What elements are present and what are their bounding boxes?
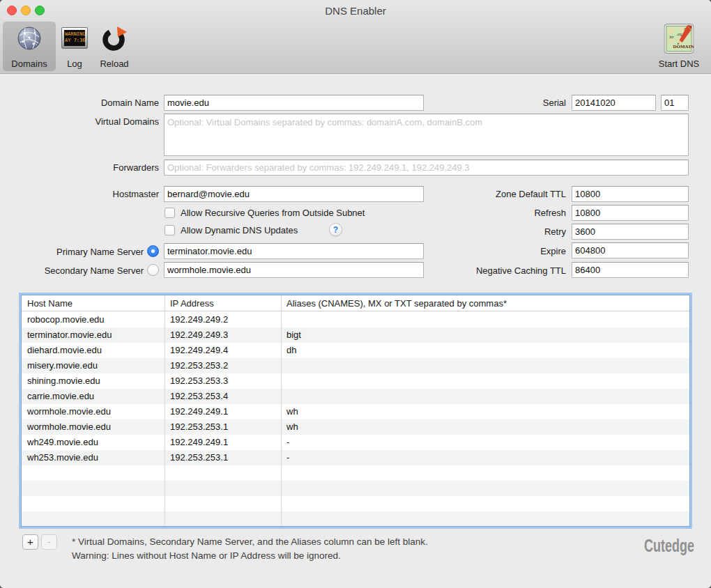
host-table[interactable]: Host Name IP Address Aliases (CNAMES), M… <box>21 295 690 527</box>
table-row[interactable]: wh253.movie.edu192.253.253.1- <box>22 450 689 465</box>
table-cell[interactable]: bigt <box>281 327 689 343</box>
allow-recursive-checkbox[interactable] <box>165 208 175 218</box>
table-cell[interactable]: wormhole.movie.edu <box>22 419 165 435</box>
refresh-input[interactable] <box>572 205 689 221</box>
map-domain-label: DOMAIN <box>673 44 694 49</box>
table-cell[interactable]: terminator.movie.edu <box>22 327 165 343</box>
table-cell[interactable] <box>281 496 689 511</box>
table-row[interactable]: terminator.movie.edu192.249.249.3bigt <box>22 327 689 343</box>
table-cell[interactable]: misery.movie.edu <box>22 358 165 373</box>
table-cell[interactable]: 192.249.249.3 <box>165 327 281 343</box>
table-row[interactable] <box>22 465 689 481</box>
table-cell[interactable]: wh <box>281 404 689 419</box>
table-row[interactable]: shining.movie.edu192.253.253.3 <box>22 373 689 389</box>
table-row[interactable]: wormhole.movie.edu192.249.249.1wh <box>22 404 689 419</box>
table-cell[interactable] <box>281 358 689 373</box>
table-cell[interactable]: shining.movie.edu <box>22 373 165 389</box>
table-cell[interactable]: wh249.movie.edu <box>22 435 165 450</box>
negative-caching-ttl-label: Negative Caching TTL <box>446 265 566 276</box>
toolbar-log-label: Log <box>59 59 91 69</box>
virtual-domains-label: Virtual Domains <box>0 116 159 127</box>
retry-input[interactable] <box>572 224 689 240</box>
table-row[interactable]: wormhole.movie.edu192.253.253.1wh <box>22 419 689 435</box>
toolbar-log-button[interactable]: WARNING AY 7:36 P Log <box>59 22 91 71</box>
column-header-host-name[interactable]: Host Name <box>22 295 165 311</box>
table-cell[interactable] <box>22 481 165 496</box>
secondary-ns-radio[interactable] <box>147 264 159 276</box>
expire-label: Expire <box>446 246 566 256</box>
virtual-domains-textarea[interactable] <box>164 114 689 156</box>
expire-input[interactable] <box>572 242 689 258</box>
secondary-ns-input[interactable] <box>164 262 424 278</box>
table-cell[interactable]: 192.249.249.4 <box>165 343 281 358</box>
remove-row-button[interactable]: - <box>41 534 57 550</box>
primary-ns-input[interactable] <box>164 243 424 259</box>
column-header-ip-address[interactable]: IP Address <box>165 295 281 311</box>
table-row[interactable]: carrie.movie.edu192.253.253.4 <box>22 389 689 404</box>
table-cell[interactable] <box>165 496 281 511</box>
zone-default-ttl-label: Zone Default TTL <box>446 189 566 199</box>
table-cell[interactable] <box>281 373 689 389</box>
zone-default-ttl-input[interactable] <box>572 186 689 202</box>
table-cell[interactable]: robocop.movie.edu <box>22 312 165 327</box>
table-cell[interactable] <box>22 511 165 527</box>
table-cell[interactable]: 192.253.253.2 <box>165 358 281 373</box>
reload-icon <box>101 25 128 53</box>
host-table-rows: robocop.movie.edu192.249.249.2terminator… <box>22 312 689 526</box>
table-cell[interactable]: wh <box>281 419 689 435</box>
column-divider[interactable] <box>165 295 165 526</box>
table-row[interactable] <box>22 511 689 527</box>
table-cell[interactable]: 192.249.249.1 <box>165 435 281 450</box>
table-row[interactable]: misery.movie.edu192.253.253.2 <box>22 358 689 373</box>
table-cell[interactable]: diehard.movie.edu <box>22 343 165 358</box>
forwarders-input[interactable] <box>164 160 689 176</box>
table-cell[interactable]: 192.253.253.1 <box>165 419 281 435</box>
help-button[interactable]: ? <box>329 223 342 236</box>
hostmaster-label: Hostmaster <box>0 189 159 199</box>
table-cell[interactable]: 192.253.253.4 <box>165 389 281 404</box>
table-row[interactable]: diehard.movie.edu192.249.249.4dh <box>22 343 689 358</box>
table-cell[interactable] <box>22 465 165 481</box>
table-cell[interactable] <box>165 511 281 527</box>
serial-input[interactable] <box>572 95 656 111</box>
table-row[interactable]: robocop.movie.edu192.249.249.2 <box>22 312 689 327</box>
table-cell[interactable]: wormhole.movie.edu <box>22 404 165 419</box>
toolbar-reload-label: Reload <box>93 59 136 69</box>
serial-suffix-input[interactable] <box>661 95 689 111</box>
toolbar-start-dns-button[interactable]: .com .org .biz DOMAIN Start DNS <box>654 22 704 71</box>
table-cell[interactable]: wh253.movie.edu <box>22 450 165 465</box>
footnote-line1: * Virtual Domains, Secondary Name Server… <box>72 535 428 549</box>
allow-dynamic-checkbox[interactable] <box>165 225 175 235</box>
table-cell[interactable] <box>165 481 281 496</box>
retry-label: Retry <box>446 226 566 237</box>
table-cell[interactable] <box>281 312 689 327</box>
table-cell[interactable]: 192.253.253.3 <box>165 373 281 389</box>
add-row-button[interactable]: + <box>22 534 38 550</box>
table-cell[interactable]: dh <box>281 343 689 358</box>
table-cell[interactable]: 192.249.249.2 <box>165 312 281 327</box>
column-header-aliases[interactable]: Aliases (CNAMES), MX or TXT separated by… <box>281 295 689 311</box>
hostmaster-input[interactable] <box>164 186 424 202</box>
primary-ns-radio[interactable] <box>147 245 159 257</box>
table-cell[interactable] <box>281 481 689 496</box>
table-cell[interactable] <box>281 389 689 404</box>
column-divider[interactable] <box>281 295 282 526</box>
toolbar-reload-button[interactable]: Reload <box>93 22 136 71</box>
table-cell[interactable]: 192.249.249.1 <box>165 404 281 419</box>
domain-name-input[interactable] <box>164 95 424 111</box>
table-row[interactable] <box>22 481 689 496</box>
secondary-ns-label: Secondary Name Server <box>0 265 144 276</box>
table-cell[interactable]: - <box>281 450 689 465</box>
negative-caching-ttl-input[interactable] <box>572 262 689 278</box>
table-row[interactable] <box>22 496 689 511</box>
domain-name-label: Domain Name <box>0 98 159 108</box>
table-row[interactable]: wh249.movie.edu192.249.249.1- <box>22 435 689 450</box>
table-cell[interactable]: - <box>281 435 689 450</box>
toolbar-domains-button[interactable]: Domains <box>3 22 56 71</box>
table-cell[interactable] <box>22 496 165 511</box>
table-cell[interactable] <box>165 465 281 481</box>
table-cell[interactable] <box>281 465 689 481</box>
table-cell[interactable]: carrie.movie.edu <box>22 389 165 404</box>
table-cell[interactable] <box>281 511 689 527</box>
table-cell[interactable]: 192.253.253.1 <box>165 450 281 465</box>
